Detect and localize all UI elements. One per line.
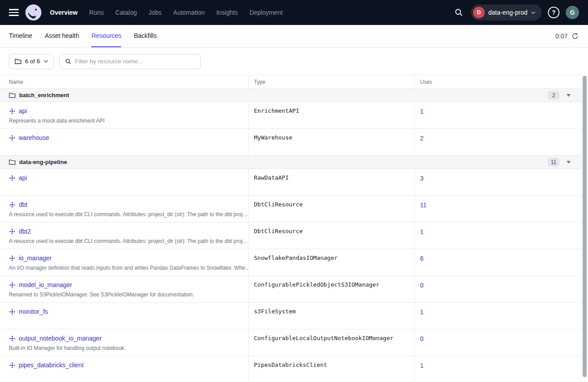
folder-icon	[15, 58, 21, 64]
overview-tabbar: Timeline Asset health Resources Backfill…	[0, 25, 588, 48]
resource-type: s3FileSystem	[248, 303, 414, 329]
tab-resources[interactable]: Resources	[91, 25, 121, 47]
user-avatar[interactable]: G	[566, 6, 579, 19]
resource-link[interactable]: api	[19, 107, 27, 115]
resource-type: PipesDatabricksClient	[248, 356, 414, 382]
dagster-logo-icon[interactable]	[25, 4, 42, 21]
resource-icon	[9, 282, 16, 288]
collapse-caret-icon[interactable]	[567, 161, 571, 164]
overview-resources-page: Overview Runs Catalog Jobs Automation In…	[0, 0, 588, 382]
resource-icon	[9, 335, 16, 342]
group-count-badge: 11	[548, 158, 559, 167]
resource-icon	[9, 135, 16, 141]
resource-uses-link[interactable]: 0	[420, 282, 424, 289]
nav-item-catalog[interactable]: Catalog	[115, 9, 137, 16]
resource-icon	[9, 362, 16, 369]
menu-icon[interactable]	[9, 9, 19, 16]
folder-icon	[9, 159, 16, 165]
group-row[interactable]: batch_enrichment 2	[0, 89, 581, 102]
table-row: pipes_databricks_client PipesDatabricksC…	[0, 356, 581, 382]
resource-type: ConfigurablePickledObjectS3IOManager	[248, 276, 414, 302]
table-row: api Represents a mock data enrichment AP…	[0, 102, 581, 129]
resource-link[interactable]: model_io_manager	[19, 281, 72, 288]
vertical-scrollbar[interactable]	[583, 76, 587, 377]
resource-uses-link[interactable]: 0	[420, 335, 424, 342]
table-row: warehouse MyWarehouse 2	[0, 129, 581, 156]
resource-uses-link[interactable]: 1	[420, 108, 424, 115]
table-row: monitor_fs s3FileSystem 1	[0, 303, 581, 329]
resource-uses-link[interactable]: 1	[420, 308, 424, 316]
tab-timeline[interactable]: Timeline	[9, 25, 32, 47]
workspace-switcher[interactable]: D data-eng-prod	[471, 4, 542, 21]
resource-search	[59, 54, 201, 69]
resource-description: Represents a mock data enrichment API	[9, 118, 241, 124]
resources-table: Name Type Uses batch_enrichment 2	[0, 75, 582, 382]
table-header: Name Type Uses	[0, 75, 581, 89]
chevron-down-icon	[44, 60, 48, 63]
refresh-countdown: 0:07	[555, 33, 568, 40]
resource-link[interactable]: monitor_fs	[19, 308, 48, 315]
refresh-icon[interactable]	[571, 32, 579, 40]
resource-type: DbtCliResource	[248, 222, 414, 249]
resource-uses-link[interactable]: 6	[420, 255, 424, 262]
resource-description: A resource used to execute dbt CLI comma…	[9, 238, 241, 244]
tab-backfills[interactable]: Backfills	[134, 25, 156, 47]
resource-link[interactable]: dbt2	[19, 228, 31, 235]
top-nav-right: D data-eng-prod ? G	[453, 4, 579, 21]
column-header-type: Type	[248, 75, 414, 88]
refresh-area: 0:07	[555, 25, 579, 47]
nav-item-jobs[interactable]: Jobs	[148, 9, 162, 16]
nav-item-overview[interactable]: Overview	[50, 9, 78, 16]
column-header-uses: Uses	[414, 75, 581, 88]
resource-link[interactable]: output_notebook_io_manager	[19, 335, 102, 342]
resource-description: Renamed to S3PickleIOManager. See S3Pick…	[9, 292, 241, 298]
code-location-filter-button[interactable]: 6 of 6	[9, 54, 54, 69]
resource-type: EnrichmentAPI	[248, 102, 414, 128]
table-row: model_io_manager Renamed to S3PickleIOMa…	[0, 276, 581, 303]
tab-asset-health[interactable]: Asset health	[45, 25, 79, 47]
resource-uses-link[interactable]: 1	[420, 228, 424, 235]
search-icon	[65, 58, 71, 65]
workspace-name: data-eng-prod	[488, 9, 527, 16]
table-row: dbt2 A resource used to execute dbt CLI …	[0, 222, 581, 249]
resource-description: A resource used to execute dbt CLI comma…	[9, 211, 241, 218]
resource-link[interactable]: io_manager	[19, 255, 52, 262]
group-name: data-eng-pipeline	[19, 159, 67, 165]
resource-type: RawDataAPI	[248, 169, 414, 195]
resource-type: MyWarehouse	[248, 129, 414, 155]
resource-icon	[9, 228, 16, 235]
workspace-badge: D	[473, 7, 485, 18]
group-row[interactable]: data-eng-pipeline 11	[0, 156, 581, 169]
resource-link[interactable]: pipes_databricks_client	[19, 361, 84, 369]
folder-icon	[9, 92, 16, 98]
resource-uses-link[interactable]: 2	[420, 135, 424, 142]
table-row: api RawDataAPI 3	[0, 169, 581, 196]
filter-row: 6 of 6	[0, 48, 588, 75]
resource-link[interactable]: api	[19, 174, 27, 181]
resource-link[interactable]: dbt	[19, 201, 27, 208]
nav-item-insights[interactable]: Insights	[216, 9, 238, 16]
help-icon[interactable]: ?	[548, 7, 559, 18]
table-row: io_manager An I/O manager definition tha…	[0, 249, 581, 276]
resource-icon	[9, 255, 16, 262]
code-location-filter-label: 6 of 6	[25, 58, 40, 65]
nav-item-runs[interactable]: Runs	[89, 9, 104, 16]
resource-uses-link[interactable]: 3	[420, 175, 424, 182]
resource-icon	[9, 201, 16, 208]
column-header-name: Name	[0, 75, 248, 88]
resource-description: Built-in IO Manager for handling output …	[9, 345, 241, 351]
resource-link[interactable]: warehouse	[19, 134, 49, 141]
resource-icon	[9, 108, 16, 115]
table-row: output_notebook_io_manager Built-in IO M…	[0, 329, 581, 356]
resource-icon	[9, 308, 16, 315]
resource-search-input[interactable]	[75, 58, 195, 65]
resource-uses-link[interactable]: 11	[420, 201, 427, 209]
resource-icon	[9, 175, 16, 181]
resource-uses-link[interactable]: 1	[420, 362, 424, 369]
resource-type: SnowflakePandasIOManager	[248, 249, 414, 275]
collapse-caret-icon[interactable]	[567, 94, 571, 97]
search-icon[interactable]	[453, 7, 465, 18]
nav-item-automation[interactable]: Automation	[173, 9, 205, 16]
table-row: dbt A resource used to execute dbt CLI c…	[0, 196, 581, 222]
nav-item-deployment[interactable]: Deployment	[249, 9, 283, 16]
